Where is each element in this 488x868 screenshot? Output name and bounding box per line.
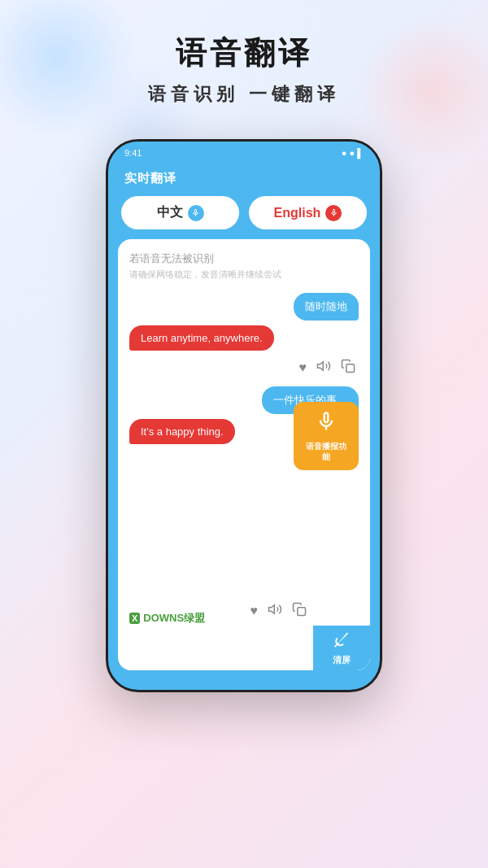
action-icons-1: ♥ [129,355,359,380]
error-line2: 请确保网络稳定，发音清晰并继续尝试 [129,268,359,282]
english-mic-icon[interactable] [325,205,342,221]
msg-english-2: It's a happy thing. [141,425,224,438]
chinese-lang-button[interactable]: 中文 [121,196,239,229]
clear-button[interactable]: 清屏 [313,626,370,670]
tooltip-mic-icon [303,410,349,438]
english-label: English [274,206,321,220]
chinese-mic-icon[interactable] [188,205,204,221]
action-icons-2-container: ♥ [129,599,359,623]
svg-rect-1 [346,364,355,373]
clear-label: 清屏 [333,654,351,666]
error-line1: 若语音无法被识别 [129,251,359,268]
bubble-english-1: Learn anytime, anywhere. [129,325,274,351]
bubble-english-2: It's a happy thing. [129,419,235,444]
speaker-icon-2[interactable] [268,602,282,620]
broom-icon [333,630,351,652]
chinese-label: 中文 [157,204,183,221]
sub-title: 语音识别 一键翻译 [0,82,488,107]
message-row-1-trans: Learn anytime, anywhere. [129,325,359,351]
svg-rect-3 [298,608,306,616]
svg-marker-2 [269,605,275,614]
language-selector: 中文 English [108,196,380,239]
app-header: 实时翻译 [108,164,380,196]
tooltip-text: 语音播报功能 [303,441,349,462]
error-message: 若语音无法被识别 请确保网络稳定，发音清晰并继续尝试 [129,251,359,281]
msg-chinese-1: 随时随地 [305,300,347,312]
action-icons-2: ♥ [129,599,310,623]
time-display: 9:41 [124,148,142,158]
english-lang-button[interactable]: English [249,196,367,229]
speaker-icon-1[interactable] [316,359,331,377]
status-bar: 9:41 ● ● ▌ [108,142,380,164]
msg-english-1: Learn anytime, anywhere. [141,332,263,344]
copy-icon-2[interactable] [292,602,307,620]
bubble-chinese-1: 随时随地 [294,293,359,321]
main-title: 语音翻译 [0,33,488,74]
svg-marker-0 [318,362,324,371]
heart-icon-2[interactable]: ♥ [251,604,259,618]
heart-icon-1[interactable]: ♥ [299,360,307,375]
tooltip-popup: 语音播报功能 [294,402,359,470]
header-section: 语音翻译 语音识别 一键翻译 [0,0,488,107]
chat-area: 若语音无法被识别 请确保网络稳定，发音清晰并继续尝试 随时随地 Learn an… [118,239,370,670]
copy-icon-1[interactable] [341,359,355,377]
app-title: 实时翻译 [124,171,176,185]
message-row-1: 随时随地 [129,293,359,321]
signal-display: ● ● ▌ [342,148,364,158]
phone-mockup: 9:41 ● ● ▌ 实时翻译 中文 English [106,139,382,692]
phone-container: 9:41 ● ● ▌ 实时翻译 中文 English [0,139,488,692]
